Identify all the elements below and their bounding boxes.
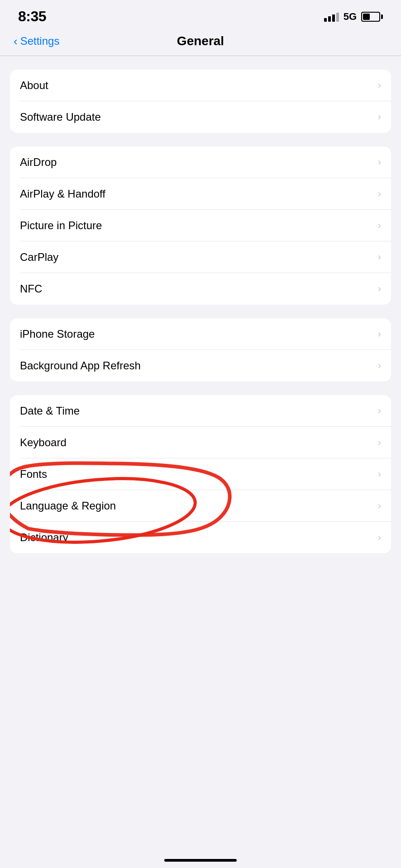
nfc-label: NFC: [20, 283, 42, 295]
iphone-storage-label: iPhone Storage: [20, 328, 95, 340]
settings-content: About › Software Update › AirDrop › AirP…: [0, 56, 401, 567]
carplay-chevron-icon: ›: [378, 251, 381, 263]
settings-group-3: iPhone Storage › Background App Refresh …: [10, 318, 391, 382]
fonts-label: Fonts: [20, 468, 47, 481]
back-button[interactable]: ‹ Settings: [14, 34, 59, 48]
settings-row-carplay[interactable]: CarPlay ›: [10, 241, 391, 273]
software-update-label: Software Update: [20, 111, 101, 123]
nfc-chevron-icon: ›: [378, 283, 381, 295]
date-time-chevron-icon: ›: [378, 405, 381, 417]
keyboard-label: Keyboard: [20, 436, 67, 449]
airdrop-chevron-icon: ›: [378, 156, 381, 168]
settings-row-airdrop[interactable]: AirDrop ›: [10, 146, 391, 178]
status-icons: 5G: [324, 11, 383, 23]
background-app-refresh-chevron-icon: ›: [378, 360, 381, 372]
dictionary-chevron-icon: ›: [378, 532, 381, 543]
picture-in-picture-label: Picture in Picture: [20, 219, 102, 232]
settings-row-language-region[interactable]: Language & Region ›: [10, 490, 391, 522]
settings-row-fonts[interactable]: Fonts ›: [10, 458, 391, 490]
settings-row-nfc[interactable]: NFC ›: [10, 273, 391, 305]
fonts-chevron-icon: ›: [378, 468, 381, 480]
status-bar: 8:35 5G: [0, 0, 401, 29]
signal-icon: [324, 12, 339, 22]
battery-icon: [361, 12, 383, 22]
settings-row-software-update[interactable]: Software Update ›: [10, 101, 391, 133]
settings-row-picture-in-picture[interactable]: Picture in Picture ›: [10, 210, 391, 241]
back-label: Settings: [20, 35, 60, 47]
carplay-label: CarPlay: [20, 251, 58, 264]
software-update-chevron-icon: ›: [378, 111, 381, 123]
settings-row-airplay-handoff[interactable]: AirPlay & Handoff ›: [10, 178, 391, 210]
airdrop-label: AirDrop: [20, 156, 57, 169]
network-label: 5G: [344, 11, 357, 23]
background-app-refresh-label: Background App Refresh: [20, 359, 141, 372]
settings-row-about[interactable]: About ›: [10, 70, 391, 101]
nav-header: ‹ Settings General: [0, 29, 401, 56]
iphone-storage-chevron-icon: ›: [378, 328, 381, 340]
language-region-chevron-icon: ›: [378, 500, 381, 512]
picture-in-picture-chevron-icon: ›: [378, 220, 381, 231]
language-region-label: Language & Region: [20, 500, 116, 512]
settings-row-date-time[interactable]: Date & Time ›: [10, 395, 391, 427]
settings-group-2: AirDrop › AirPlay & Handoff › Picture in…: [10, 146, 391, 305]
settings-row-iphone-storage[interactable]: iPhone Storage ›: [10, 318, 391, 350]
about-label: About: [20, 79, 48, 92]
dictionary-label: Dictionary: [20, 531, 68, 544]
keyboard-chevron-icon: ›: [378, 437, 381, 448]
home-indicator: [164, 859, 237, 862]
page-title: General: [177, 34, 224, 48]
date-time-label: Date & Time: [20, 405, 80, 417]
settings-group-1: About › Software Update ›: [10, 70, 391, 133]
settings-row-background-app-refresh[interactable]: Background App Refresh ›: [10, 350, 391, 382]
about-chevron-icon: ›: [378, 80, 381, 91]
settings-row-dictionary[interactable]: Dictionary ›: [10, 522, 391, 553]
airplay-handoff-label: AirPlay & Handoff: [20, 188, 105, 200]
status-time: 8:35: [18, 8, 46, 25]
back-chevron-icon: ‹: [14, 34, 18, 48]
settings-row-keyboard[interactable]: Keyboard ›: [10, 427, 391, 458]
settings-group-4: Date & Time › Keyboard › Fonts › Languag…: [10, 395, 391, 553]
airplay-handoff-chevron-icon: ›: [378, 188, 381, 200]
